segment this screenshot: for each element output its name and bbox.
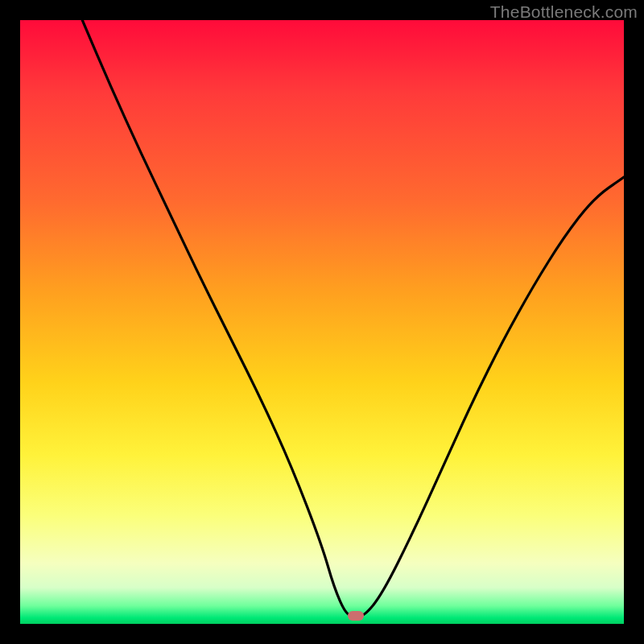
chart-frame: TheBottleneck.com <box>0 0 644 644</box>
bottleneck-curve <box>20 20 624 624</box>
optimal-point-marker <box>348 611 364 621</box>
plot-area <box>20 20 624 624</box>
watermark-text: TheBottleneck.com <box>490 2 638 22</box>
